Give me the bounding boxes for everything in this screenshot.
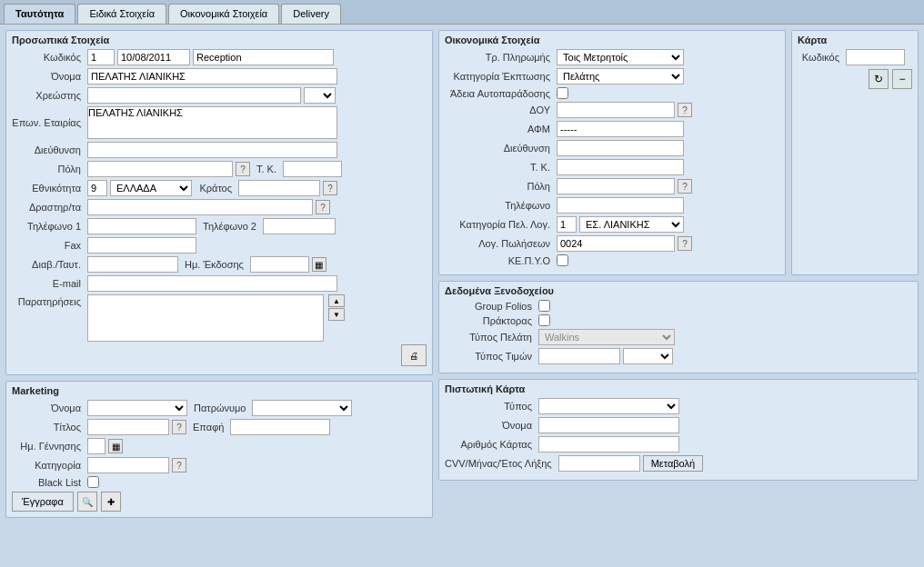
black-list-checkbox[interactable] xyxy=(87,476,99,488)
titlos-label: Τίτλος xyxy=(12,422,85,433)
katigoria-search-icon[interactable]: ? xyxy=(172,458,186,472)
group-folios-checkbox[interactable] xyxy=(538,300,550,312)
kratos-search-icon[interactable]: ? xyxy=(323,181,337,195)
tilefono-row: Τηλέφωνο 1 Τηλέφωνο 2 xyxy=(12,218,427,234)
tipos-timon-select[interactable] xyxy=(623,348,673,364)
log-pwliseon-search-icon[interactable]: ? xyxy=(678,236,692,251)
oikonomika-section: Οικονομικά Στοιχεία Τρ. Πληρωμής Τοις Με… xyxy=(438,30,786,275)
eggrafa-search-icon[interactable]: 🔍 xyxy=(77,492,97,512)
log-pwliseon-input[interactable] xyxy=(557,235,675,252)
eggrafa-btn[interactable]: Έγγραφα xyxy=(12,492,74,512)
oik-tilefono-input[interactable] xyxy=(557,197,684,214)
drastiriota-search-icon[interactable]: ? xyxy=(316,200,330,214)
tk-input[interactable] xyxy=(283,161,342,177)
date-input[interactable] xyxy=(117,49,190,65)
tipos-timon-label: Τύπος Τιμών xyxy=(445,351,536,362)
printer-icon-btn[interactable]: 🖨 xyxy=(401,344,427,366)
pistopoiitiki-tipos-select[interactable] xyxy=(538,398,679,414)
afm-input[interactable] xyxy=(557,121,684,137)
log-pwliseon-label: Λογ. Πωλήσεων xyxy=(445,238,554,249)
im-gennisis-calendar-icon[interactable] xyxy=(108,439,123,453)
kratos-input[interactable] xyxy=(238,180,320,196)
im-gennisis-label: Ημ. Γέννησης xyxy=(12,441,85,452)
katigoria-pel-log-num[interactable] xyxy=(557,216,577,233)
tab-eidika[interactable]: Ειδικά Στοιχεία xyxy=(77,4,166,24)
karta-minus-btn[interactable]: − xyxy=(892,69,912,89)
tr-plirwmis-select[interactable]: Τοις Μετρητοίς xyxy=(557,49,684,65)
xreostis-select[interactable] xyxy=(304,87,336,104)
im-ekdosis-input[interactable] xyxy=(250,256,309,273)
katigoria-ektosis-select[interactable]: Πελάτης xyxy=(557,68,684,85)
mkt-onoma-label: Όνομα xyxy=(12,403,85,413)
diefthinsi-input[interactable] xyxy=(87,142,337,158)
tilefono2-label: Τηλέφωνο 2 xyxy=(199,221,260,232)
oik-tk-input[interactable] xyxy=(557,159,684,175)
tab-oikonomika[interactable]: Οικονομικά Στοιχεία xyxy=(168,4,279,24)
diavtaut-input[interactable] xyxy=(87,256,178,273)
praktoreas-checkbox[interactable] xyxy=(538,314,550,326)
ellada-select[interactable]: ΕΛΛΑΔΑ xyxy=(110,180,192,196)
patronymo-select[interactable] xyxy=(252,400,352,416)
epwn-etairias-input[interactable]: ΠΕΛΑΤΗΣ ΛΙΑΝΙΚΗΣ xyxy=(87,106,337,139)
tab-delivery[interactable]: Delivery xyxy=(281,4,341,24)
calendar-icon[interactable] xyxy=(312,257,326,272)
oik-poli-search-icon[interactable]: ? xyxy=(678,179,692,194)
tilefono1-input[interactable] xyxy=(87,218,196,234)
praktoreas-label: Πράκτορας xyxy=(445,315,536,326)
email-label: E-mail xyxy=(12,278,85,289)
poli-search-icon[interactable]: ? xyxy=(236,162,250,176)
hotel-title: Δεδομένα Ξενοδοχείου xyxy=(445,285,912,296)
mkt-onoma-select[interactable] xyxy=(87,400,187,416)
adeia-checkbox[interactable] xyxy=(557,87,568,99)
oik-poli-input[interactable] xyxy=(557,178,675,194)
epafi-input[interactable] xyxy=(230,419,330,435)
onoma-input[interactable] xyxy=(87,68,337,85)
tilefono1-label: Τηλέφωνο 1 xyxy=(12,221,85,232)
katigoria-pel-log-select[interactable]: ΕΣ. ΛΙΑΝΙΚΗΣ xyxy=(579,216,684,233)
kodikos-input[interactable] xyxy=(87,49,115,65)
tab-taftotita[interactable]: Ταυτότητα xyxy=(4,4,75,24)
drastiriota-label: Δραστηρ/τα xyxy=(12,202,85,213)
pistopoiitiki-onoma-input[interactable] xyxy=(538,417,679,433)
oik-tk-row: Τ. Κ. xyxy=(445,159,779,175)
adeia-row: Άδεια Αυτοπαράδοσης xyxy=(445,87,779,99)
poli-input[interactable] xyxy=(87,161,233,177)
scroll-up-btn[interactable]: ▲ xyxy=(328,294,345,307)
paratirisis-input[interactable] xyxy=(87,294,324,342)
ke-p-y-o-checkbox[interactable] xyxy=(557,254,568,266)
onoma-label: Όνομα xyxy=(12,71,85,82)
fax-input[interactable] xyxy=(87,237,196,254)
poli-label: Πόλη xyxy=(12,164,85,174)
group-folios-label: Group Folios xyxy=(445,301,536,312)
pistopoiitiki-tipos-label: Τύπος xyxy=(445,401,536,412)
xreostis-input[interactable] xyxy=(87,87,301,104)
email-input[interactable] xyxy=(87,275,337,292)
oik-tilefono-row: Τηλέφωνο xyxy=(445,197,779,214)
diefthinsi-label: Διεύθυνση xyxy=(12,144,85,155)
pistopoiitiki-onoma-label: Όνομα xyxy=(445,420,536,431)
tilefono2-input[interactable] xyxy=(263,218,336,234)
reception-input[interactable] xyxy=(193,49,334,65)
katigoria-input[interactable] xyxy=(87,457,169,473)
im-gennisis-input[interactable] xyxy=(87,438,105,454)
doy-search-icon[interactable]: ? xyxy=(678,103,692,117)
oik-diefthinsi-input[interactable] xyxy=(557,140,684,156)
karta-kodikos-input[interactable] xyxy=(846,49,905,65)
metamvoli-btn[interactable]: Μεταβολή xyxy=(643,455,703,472)
doy-input[interactable] xyxy=(557,102,675,118)
tipos-pelati-select[interactable]: Walkins xyxy=(538,329,675,345)
fax-row: Fax xyxy=(12,237,427,254)
ethnikotita-num-input[interactable] xyxy=(87,180,107,196)
cvv-input[interactable] xyxy=(558,455,640,472)
titlos-input[interactable] xyxy=(87,419,169,435)
drastiriota-input[interactable] xyxy=(87,199,313,215)
eggrafa-row: Έγγραφα 🔍 ✚ xyxy=(12,492,427,512)
scroll-down-btn[interactable]: ▼ xyxy=(328,308,345,321)
tipos-timon-input[interactable] xyxy=(538,348,620,364)
karta-refresh-btn[interactable]: ↻ xyxy=(869,69,889,89)
titlos-search-icon[interactable]: ? xyxy=(172,420,186,434)
black-list-label: Black List xyxy=(12,477,85,488)
arithmos-kartas-input[interactable] xyxy=(538,436,679,453)
pistopoiitiki-onoma-row: Όνομα xyxy=(445,417,912,433)
eggrafa-add-icon[interactable]: ✚ xyxy=(101,492,121,512)
